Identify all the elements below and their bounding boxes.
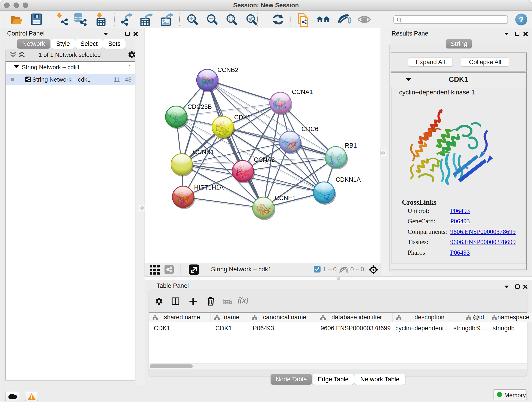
- svg-text:CDK1: CDK1: [234, 114, 251, 121]
- svg-text:HIST1H1A: HIST1H1A: [194, 184, 224, 191]
- svg-text:CCNB1: CCNB1: [193, 148, 214, 155]
- svg-text:CCNE1: CCNE1: [275, 195, 296, 201]
- svg-text:CCNB2: CCNB2: [217, 66, 239, 73]
- svg-text:CCNA1: CCNA1: [292, 89, 313, 95]
- svg-text:RB1: RB1: [345, 142, 357, 149]
- svg-text:CDC6: CDC6: [302, 126, 318, 133]
- svg-text:CDKN1A: CDKN1A: [336, 176, 361, 183]
- svg-text:CDC25B: CDC25B: [187, 103, 212, 110]
- svg-text:CCNA2: CCNA2: [254, 156, 275, 163]
